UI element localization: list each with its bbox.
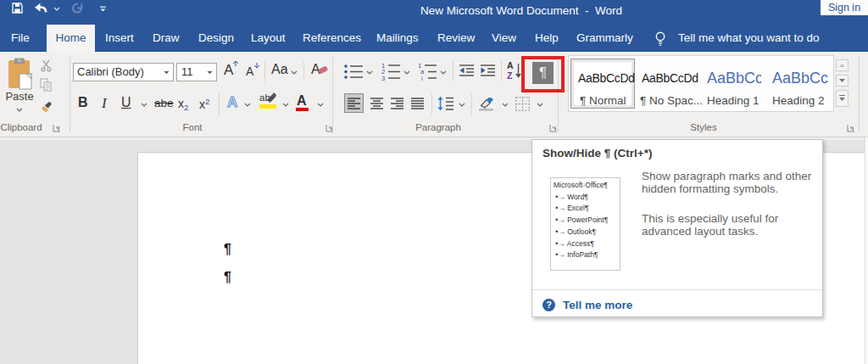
svg-text:A: A — [507, 61, 514, 70]
svg-text:3: 3 — [381, 75, 385, 81]
svg-text:Z: Z — [507, 70, 513, 80]
